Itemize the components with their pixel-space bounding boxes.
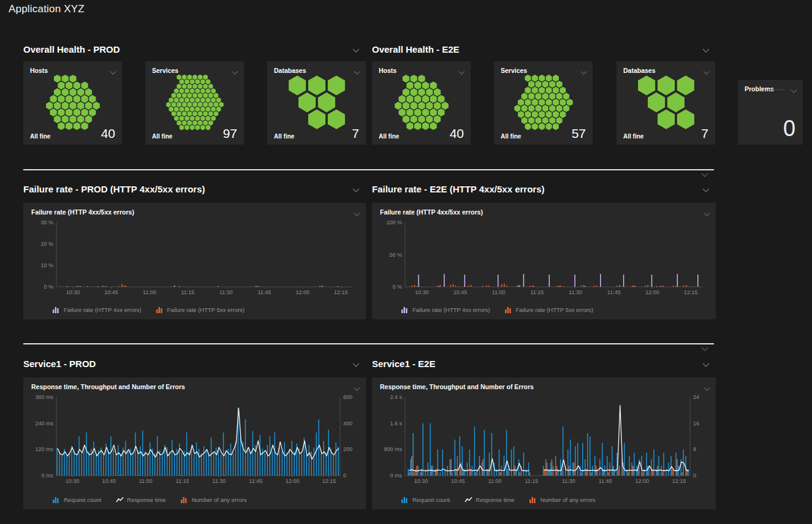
entity-count: 7: [701, 127, 708, 140]
chart-legend: Request countResponse timeNumber of any …: [401, 496, 595, 503]
svg-text:1.6 s: 1.6 s: [390, 420, 402, 427]
svg-text:11:00: 11:00: [492, 289, 506, 295]
health-tile-hosts-prod[interactable]: Hosts All fine40: [23, 61, 122, 145]
section-title-service1-e2e: Service1 - E2E: [372, 359, 435, 369]
service1-prod-tile: Response time, Throughput and Number of …: [23, 378, 366, 509]
health-tile-services-e2e[interactable]: Services All fine57: [494, 61, 593, 145]
chevron-down-icon[interactable]: [702, 362, 710, 368]
svg-text:12:00: 12:00: [296, 289, 310, 295]
tile-title: Services: [501, 67, 577, 74]
svg-text:11:00: 11:00: [488, 478, 501, 484]
tile-title: Problems: [745, 85, 788, 93]
svg-text:11:30: 11:30: [212, 478, 226, 484]
legend-label: Number of any errors: [541, 496, 596, 503]
chevron-down-icon[interactable]: [703, 208, 711, 213]
legend-label: Failure rate (HTTP 4xx errors): [412, 306, 490, 313]
bar-series-icon: [53, 306, 61, 313]
legend-label: Failure rate (HTTP 4xx errors): [64, 306, 142, 313]
chevron-down-icon[interactable]: [352, 362, 360, 368]
legend-item[interactable]: Response time: [116, 496, 165, 503]
chevron-down-icon[interactable]: [353, 208, 361, 213]
status-label: All fine: [623, 133, 643, 140]
svg-text:0 ms: 0 ms: [41, 473, 53, 479]
section-title-failure-prod: Failure rate - PROD (HTTP 4xx/5xx errors…: [23, 184, 205, 194]
service1-e2e-chart[interactable]: 2.4 s1.6 s800 ms0 ms24168010:3010:4511:0…: [377, 392, 711, 485]
failure-rate-e2e-tile: Failure rate (HTTP 4xx/5xx errors) 100 %…: [372, 203, 716, 319]
bar-series-icon: [156, 306, 164, 313]
entity-count: 57: [572, 127, 586, 140]
legend-item[interactable]: Request count: [53, 496, 101, 503]
svg-text:400: 400: [343, 420, 352, 427]
svg-text:12:15: 12:15: [334, 289, 348, 295]
health-tile-databases-e2e[interactable]: Databases All fine7: [617, 61, 715, 145]
legend-item[interactable]: Number of any errors: [529, 496, 596, 503]
svg-text:11:15: 11:15: [530, 289, 544, 295]
health-tile-services-prod[interactable]: Services All fine97: [145, 61, 244, 145]
page-title: Application XYZ: [9, 3, 85, 15]
service1-prod-chart[interactable]: 360 ms240 ms120 ms0 ms600400200010:3010:…: [28, 392, 361, 485]
entity-count: 40: [101, 127, 115, 140]
svg-text:10:30: 10:30: [66, 289, 80, 295]
chevron-down-icon[interactable]: [702, 188, 710, 193]
svg-text:240 ms: 240 ms: [35, 420, 53, 427]
status-label: All fine: [501, 133, 521, 140]
problems-count: 0: [783, 118, 795, 140]
bar-series-icon: [401, 306, 409, 313]
bar-series-icon: [53, 496, 61, 503]
chevron-down-icon[interactable]: [458, 67, 466, 72]
failure-rate-prod-chart[interactable]: 30 %20 %10 %0 %10:3010:4511:0011:1511:30…: [28, 218, 361, 296]
legend-item[interactable]: Failure rate (HTTP 5xx errors): [156, 306, 245, 313]
svg-text:12:15: 12:15: [322, 478, 336, 484]
entity-count: 40: [450, 127, 464, 140]
chevron-down-icon[interactable]: [231, 67, 239, 72]
section-title-health-prod: Overall Health - PROD: [23, 44, 120, 55]
entity-count: 97: [223, 127, 237, 140]
service1-e2e-tile: Response time, Throughput and Number of …: [372, 378, 716, 509]
chevron-down-icon[interactable]: [580, 67, 588, 72]
svg-text:12:00: 12:00: [286, 478, 300, 484]
legend-label: Response time: [476, 496, 514, 503]
legend-item[interactable]: Failure rate (HTTP 4xx errors): [53, 306, 142, 313]
svg-text:11:15: 11:15: [525, 478, 539, 484]
health-tile-hosts-e2e[interactable]: Hosts All fine40: [372, 61, 471, 145]
failure-rate-e2e-chart[interactable]: 100 %50 %0 %10:3010:4511:0011:1511:3011:…: [377, 218, 711, 296]
chevron-down-icon[interactable]: [700, 346, 709, 352]
svg-text:600: 600: [343, 394, 352, 400]
legend-item[interactable]: Request count: [401, 496, 450, 503]
legend-item[interactable]: Response time: [465, 496, 514, 503]
svg-text:10:45: 10:45: [104, 289, 118, 295]
svg-text:50 %: 50 %: [389, 252, 402, 258]
legend-item[interactable]: Failure rate (HTTP 5xx errors): [505, 306, 594, 313]
health-tile-databases-prod[interactable]: Databases All fine7: [267, 61, 366, 145]
status-label: All fine: [379, 133, 399, 140]
hex-cluster: [145, 75, 244, 130]
chevron-down-icon[interactable]: [702, 67, 710, 72]
chevron-down-icon[interactable]: [702, 48, 710, 53]
chevron-down-icon[interactable]: [353, 383, 361, 388]
chevron-down-icon[interactable]: [109, 67, 117, 72]
chevron-down-icon[interactable]: [700, 172, 709, 178]
entity-count: 7: [352, 127, 359, 140]
chart-title: Response time, Throughput and Number of …: [380, 383, 534, 390]
chevron-down-icon[interactable]: [353, 67, 361, 72]
hex-cluster: [267, 75, 366, 130]
chart-title: Response time, Throughput and Number of …: [31, 383, 185, 390]
chart-legend: Failure rate (HTTP 4xx errors)Failure ra…: [53, 306, 245, 313]
chart-title: Failure rate (HTTP 4xx/5xx errors): [380, 208, 483, 216]
chevron-down-icon[interactable]: [352, 48, 360, 53]
legend-item[interactable]: Number of any errors: [181, 496, 247, 503]
legend-item[interactable]: Failure rate (HTTP 4xx errors): [401, 306, 490, 313]
svg-text:10 %: 10 %: [40, 262, 53, 268]
svg-text:12:15: 12:15: [684, 289, 698, 295]
legend-label: Failure rate (HTTP 5xx errors): [167, 306, 245, 313]
legend-label: Number of any errors: [192, 496, 247, 503]
svg-text:360 ms: 360 ms: [35, 394, 53, 400]
svg-text:10:30: 10:30: [414, 478, 428, 484]
problems-tile[interactable]: Problems 0: [738, 80, 803, 145]
svg-text:10:45: 10:45: [102, 478, 116, 484]
chevron-down-icon[interactable]: [703, 383, 711, 388]
svg-text:11:15: 11:15: [181, 289, 195, 295]
chevron-down-icon[interactable]: [790, 85, 798, 90]
svg-text:12:15: 12:15: [672, 478, 686, 484]
chevron-down-icon[interactable]: [352, 188, 360, 193]
